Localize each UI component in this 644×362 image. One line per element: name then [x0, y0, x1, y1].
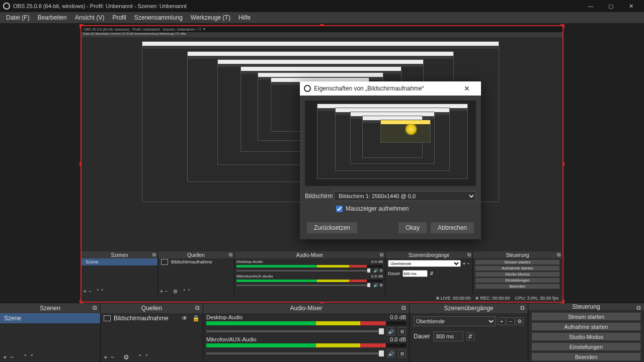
cancel-button[interactable]: Abbrechen — [431, 222, 474, 233]
remove-transition-button[interactable] — [507, 317, 515, 325]
menu-file[interactable]: Datei (F) — [2, 13, 34, 23]
source-properties-button[interactable] — [123, 353, 129, 361]
sources-dock: Quellen Bildschirmaufnahme — [101, 303, 203, 362]
popout-icon[interactable] — [91, 304, 98, 311]
menu-view[interactable]: Ansicht (V) — [71, 13, 109, 23]
display-capture-icon — [104, 315, 111, 321]
obs-logo-icon — [304, 85, 311, 92]
controls-dock: Steuerung Stream starten Aufnahme starte… — [528, 303, 644, 362]
popout-icon[interactable] — [194, 304, 201, 311]
channel-name: Desktop-Audio — [206, 314, 243, 320]
mixer-channel: Mikrofon/AUX-Audio 0.0 dB — [203, 335, 409, 357]
settings-button[interactable]: Einstellungen — [531, 342, 641, 351]
remove-scene-button[interactable] — [10, 353, 14, 361]
reset-button[interactable]: Zurücksetzen — [307, 222, 357, 233]
capture-cursor-checkbox[interactable] — [336, 206, 343, 212]
channel-settings-icon[interactable] — [398, 349, 406, 357]
properties-dialog: Eigenschaften von „Bildschirmaufnahme“ B… — [300, 81, 481, 239]
studio-mode-button[interactable]: Studio-Modus — [531, 332, 641, 341]
duration-label: Dauer — [414, 333, 430, 340]
dialog-close-button[interactable] — [457, 81, 477, 96]
channel-name: Mikrofon/AUX-Audio — [206, 336, 257, 342]
ok-button[interactable]: Okay — [398, 222, 427, 233]
duration-stepper[interactable] — [466, 332, 474, 340]
sources-title: Quellen — [141, 305, 162, 312]
transition-settings-button[interactable] — [516, 317, 524, 325]
window-title: OBS 25.0.8 (64-bit, windows) - Profil: U… — [13, 3, 187, 9]
add-source-button[interactable] — [104, 353, 108, 361]
remove-source-button[interactable] — [111, 353, 115, 361]
popout-icon[interactable] — [400, 304, 407, 311]
mixer-title: Audio-Mixer — [290, 305, 322, 312]
docks-row: Szenen Szene Quellen Bildschirmaufnahme — [0, 303, 644, 362]
lock-icon[interactable] — [192, 315, 200, 322]
source-down-button[interactable] — [145, 353, 148, 361]
add-scene-button[interactable] — [3, 353, 7, 361]
popout-icon[interactable] — [519, 304, 526, 311]
volume-slider[interactable] — [206, 330, 384, 332]
exit-button[interactable]: Beenden — [531, 352, 641, 361]
obs-logo-icon — [3, 3, 10, 10]
scenes-dock: Szenen Szene — [0, 303, 101, 362]
transition-select[interactable]: Überblende — [414, 316, 496, 326]
audio-meter — [206, 321, 406, 325]
duration-input[interactable] — [433, 331, 463, 341]
close-button[interactable] — [621, 0, 641, 12]
mute-icon[interactable] — [387, 349, 395, 357]
channel-settings-icon[interactable] — [398, 327, 406, 335]
source-label: Bildschirmaufnahme — [114, 315, 178, 322]
visibility-icon[interactable] — [181, 315, 189, 322]
audio-mixer-dock: Audio-Mixer Desktop-Audio 0.0 dB — [203, 303, 410, 362]
controls-title: Steuerung — [572, 303, 600, 310]
display-select[interactable]: Bildschirm 1: 2560x1440 @ 0,0 — [334, 191, 476, 201]
start-stream-button[interactable]: Stream starten — [531, 312, 641, 321]
dialog-title: Eigenschaften von „Bildschirmaufnahme“ — [314, 85, 424, 92]
scene-item[interactable]: Szene — [0, 313, 100, 323]
channel-db: 0.0 dB — [390, 336, 406, 342]
start-record-button[interactable]: Aufnahme starten — [531, 322, 641, 331]
display-field-label: Bildschirm — [305, 193, 334, 200]
audio-meter — [206, 343, 406, 347]
capture-cursor-label: Mauszeiger aufnehmen — [346, 205, 409, 212]
menu-profile[interactable]: Profil — [108, 13, 130, 23]
menu-bar: Datei (F) Bearbeiten Ansicht (V) Profil … — [0, 12, 644, 23]
menu-edit[interactable]: Bearbeiten — [34, 13, 71, 23]
mute-icon[interactable] — [387, 327, 395, 335]
minimize-button[interactable] — [581, 0, 601, 12]
menu-tools[interactable]: Werkzeuge (T) — [187, 13, 234, 23]
dialog-preview — [305, 101, 476, 186]
transitions-dock: Szenenübergänge Überblende Dauer — [410, 303, 528, 362]
source-up-button[interactable] — [138, 353, 142, 361]
nested-status-bar: LIVE: 00:00:00 REC: 00:00:00 CPU: 3.0%, … — [82, 295, 562, 302]
add-transition-button[interactable] — [498, 317, 506, 325]
menu-help[interactable]: Hilfe — [234, 13, 255, 23]
scene-down-button[interactable] — [30, 353, 34, 361]
cursor-highlight-icon — [406, 124, 417, 135]
nested-docks: Szenen Szene Quellen Bildschirmaufnahme … — [82, 251, 562, 295]
transitions-title: Szenenübergänge — [444, 305, 493, 312]
volume-slider[interactable] — [206, 352, 384, 354]
source-item[interactable]: Bildschirmaufnahme — [101, 313, 203, 323]
maximize-button[interactable] — [601, 0, 621, 12]
scene-up-button[interactable] — [24, 353, 27, 361]
menu-scenecol[interactable]: Szenensammlung — [130, 13, 187, 23]
window-titlebar: OBS 25.0.8 (64-bit, windows) - Profil: U… — [0, 0, 644, 12]
scenes-title: Szenen — [40, 305, 60, 312]
channel-db: 0.0 dB — [390, 314, 406, 320]
nested-title: OBS 25.0.8 (64-bit, windows) - Profil: U… — [84, 28, 194, 31]
mixer-channel: Desktop-Audio 0.0 dB — [203, 313, 409, 335]
